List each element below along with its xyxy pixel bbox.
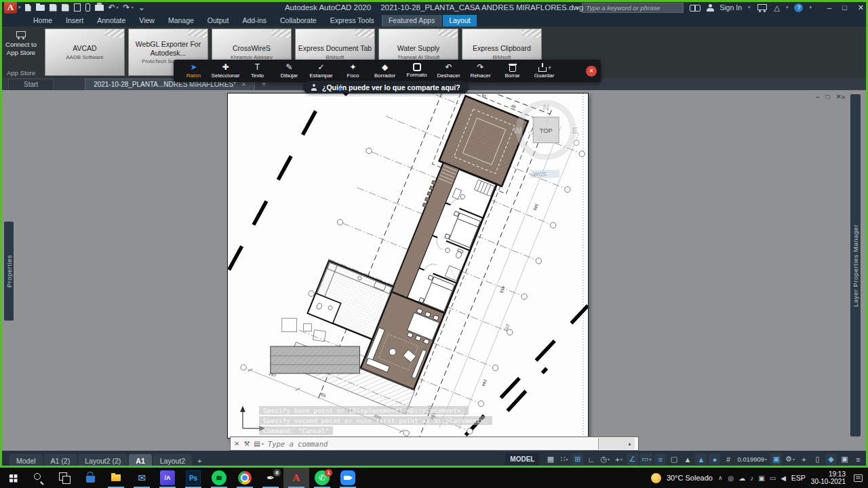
search-icon[interactable] (690, 4, 701, 11)
status-icon[interactable]: ∷▾ (558, 453, 570, 465)
taskbar-app[interactable]: Ps (180, 468, 206, 488)
ribbon-tab[interactable]: Layout (443, 15, 477, 26)
zoom-tool-button[interactable]: ✓Estampar (305, 63, 337, 79)
viewcube-top-face[interactable]: TOP (540, 127, 553, 134)
layout-paper[interactable]: 349 458 272 244 150 150 85 40 297 765 49… (227, 93, 589, 439)
qat-icon[interactable]: ⌄ (138, 3, 145, 12)
zoom-tool-button[interactable]: ↷Rehacer (465, 63, 496, 79)
taskbar-app[interactable]: /A (155, 468, 180, 488)
ribbon-tab[interactable]: Featured Apps (382, 14, 441, 26)
qat-icon[interactable] (95, 5, 104, 11)
layout-tab[interactable]: Layout2 (2) (78, 454, 127, 468)
search-collapse-icon[interactable]: ▸ (576, 5, 579, 11)
qat-icon[interactable] (50, 4, 57, 12)
wcs-menu[interactable]: WCS (530, 170, 559, 178)
model-space-button[interactable]: MODEL (505, 453, 539, 465)
viewcube-east[interactable]: E (572, 125, 578, 136)
zoom-tool-button[interactable]: ✚Seleccionar (210, 63, 241, 79)
ribbon-tab[interactable]: Add-ins (236, 15, 273, 26)
status-icon[interactable]: ● (709, 453, 720, 465)
window-minimize-button[interactable]: – (827, 3, 831, 12)
taskbar-app[interactable] (52, 468, 77, 488)
taskbar-app[interactable]: ✉ (129, 468, 155, 488)
command-scrollbar[interactable]: ▲ (598, 438, 635, 449)
help-caret-icon[interactable]: ▾ (809, 5, 812, 10)
window-close-button[interactable]: ✕ (858, 3, 864, 12)
layer-properties-manager-tab[interactable]: Layer Properties Manager (850, 94, 861, 436)
appstore-card[interactable]: AVCADAADB Software (45, 28, 125, 76)
ribbon-tab[interactable]: Annotate (91, 15, 132, 26)
status-icon[interactable]: ▯ (812, 453, 823, 465)
viewcube[interactable]: N E W TOP WCS (513, 102, 579, 178)
status-icon[interactable]: ▲ (682, 453, 693, 465)
command-customize-icon[interactable]: ⚒ (243, 440, 250, 447)
action-center-icon[interactable] (854, 474, 863, 482)
taskbar-app[interactable]: ≋ (206, 468, 232, 488)
qat-icon[interactable] (36, 5, 45, 11)
drawing-canvas[interactable]: – □ ✕ Properties ✕ Layer Properties Mana… (0, 90, 868, 451)
sign-in-caret-icon[interactable]: ▾ (748, 5, 751, 10)
viewcube-west[interactable]: W (513, 125, 522, 136)
zoom-tool-button[interactable]: ➤Ratón (178, 63, 210, 79)
status-icon[interactable]: ▦ (545, 453, 556, 465)
window-maximize-button[interactable]: □ (842, 3, 847, 12)
viewport-close-button[interactable]: ✕ (836, 93, 842, 100)
scroll-up-icon[interactable]: ▲ (627, 441, 632, 446)
tray-icon[interactable]: ◎ (728, 474, 734, 482)
user-icon[interactable] (707, 4, 713, 12)
file-tab-start[interactable]: Start (8, 79, 54, 90)
status-icon[interactable]: ∟ (585, 453, 597, 465)
tray-icon[interactable]: ◀ (781, 474, 786, 482)
language-indicator[interactable]: ESP (791, 474, 806, 482)
command-recent-icon[interactable]: ▤ (254, 440, 260, 447)
taskbar-app[interactable] (77, 468, 103, 488)
command-line[interactable]: ✕ ⚒ ▤ ▾ ▲ (230, 436, 639, 451)
help-icon[interactable]: ? (794, 3, 803, 12)
ribbon-tab[interactable]: Manage (162, 15, 200, 26)
status-icon[interactable]: ∠ (627, 453, 638, 465)
floor-plan[interactable]: 349 458 272 244 150 150 85 40 297 765 49… (228, 94, 588, 438)
command-input[interactable] (268, 440, 471, 448)
taskbar-app[interactable] (335, 468, 361, 488)
status-icon[interactable]: +▾ (613, 453, 625, 465)
zoom-tool-button[interactable]: ◆Borrador (369, 63, 401, 79)
ribbon-tab[interactable]: Insert (60, 15, 90, 26)
viewport-restore-button[interactable]: □ (826, 93, 830, 100)
ribbon-tab[interactable]: Home (27, 15, 58, 26)
status-icon[interactable]: ▢ (668, 453, 679, 465)
qat-icon[interactable] (25, 4, 31, 12)
command-recent-caret-icon[interactable]: ▾ (262, 441, 264, 446)
layers-panel-close-icon[interactable]: ✕ (841, 94, 846, 101)
properties-panel-tab[interactable]: Properties (4, 222, 14, 321)
ribbon-tab[interactable]: View (133, 15, 161, 26)
file-tab-close-icon[interactable]: ✕ (241, 81, 246, 87)
taskbar-app[interactable] (0, 468, 26, 488)
status-icon[interactable]: ◷▾ (599, 453, 611, 465)
zoom-tool-button[interactable]: ✦Foco (337, 63, 369, 79)
a360-icon[interactable]: △ (774, 3, 780, 12)
qat-icon[interactable]: ↷▾ (123, 3, 134, 12)
tray-icon[interactable]: ☁ (738, 474, 745, 482)
layout-tab[interactable]: A1 (129, 454, 151, 468)
zoom-tool-button[interactable]: ▾Guardar (528, 63, 560, 79)
layout-tab[interactable]: Layout2 (153, 454, 192, 468)
zoom-tool-button[interactable]: TTexto (241, 63, 273, 79)
status-icon[interactable]: ▣ (770, 453, 782, 465)
status-icon[interactable]: ▣ (839, 453, 850, 465)
tray-expand-icon[interactable]: ∧ (718, 474, 723, 481)
taskbar-app[interactable] (232, 468, 258, 488)
taskbar-app[interactable] (103, 468, 129, 488)
qat-icon[interactable]: ↶▾ (108, 3, 119, 12)
ribbon-tab[interactable]: Collaborate (274, 15, 323, 26)
tray-icon[interactable]: ▣ (758, 474, 764, 482)
qat-icon[interactable] (74, 3, 81, 12)
tray-icon[interactable]: ♪ (750, 474, 753, 482)
qat-icon[interactable] (62, 4, 69, 12)
status-icon[interactable]: ◆ (825, 453, 837, 465)
viewport-minimize-button[interactable]: – (816, 93, 820, 100)
zoom-tool-button[interactable]: ↶Deshacer (433, 63, 465, 79)
taskbar-app[interactable]: ✒6 (258, 468, 283, 488)
weather-label[interactable]: 30°C Soleado (667, 474, 713, 482)
taskbar-app[interactable] (26, 468, 52, 488)
ribbon-tab[interactable]: Express Tools (324, 15, 380, 26)
